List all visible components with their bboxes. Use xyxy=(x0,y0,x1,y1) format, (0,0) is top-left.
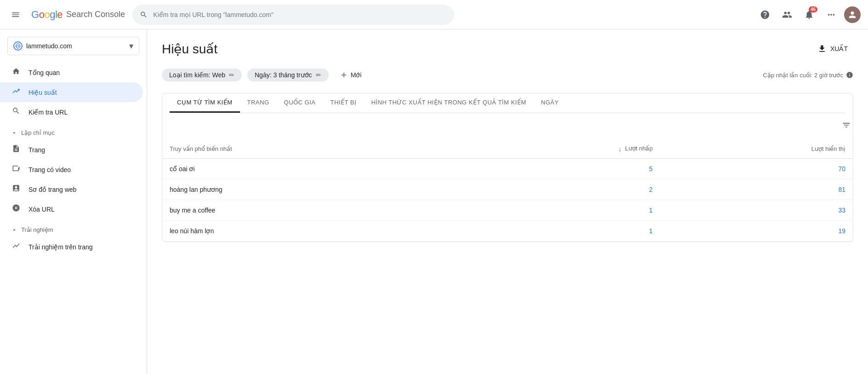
google-logo: Google xyxy=(31,9,63,21)
search-icon xyxy=(11,107,21,117)
tabs: CỤM TỪ TÌM KIẾM TRANG QUỐC GIA THIẾT BỊ … xyxy=(170,93,845,113)
col-impressions: Lượt hiển thị xyxy=(660,139,853,158)
content-card: CỤM TỪ TÌM KIẾM TRANG QUỐC GIA THIẾT BỊ … xyxy=(162,93,853,242)
page-title: Hiệu suất xyxy=(162,41,217,57)
clicks-cell: 2 xyxy=(466,179,660,200)
clicks-cell: 1 xyxy=(466,220,660,241)
sidebar-item-label: Trải nghiệm trên trang xyxy=(29,243,93,251)
section-trai-nghiem[interactable]: Trải nghiệm xyxy=(0,223,147,237)
impressions-cell: 33 xyxy=(660,200,853,220)
sidebar-item-trang-co-video[interactable]: Trang có video xyxy=(0,160,143,179)
notifications-button[interactable]: 46 xyxy=(800,6,818,24)
top-header: Google Search Console 46 xyxy=(0,0,868,29)
sidebar-item-xoa-url[interactable]: Xóa URL xyxy=(0,199,143,219)
download-icon xyxy=(817,44,827,53)
accounts-button[interactable] xyxy=(778,6,796,24)
notification-badge: 46 xyxy=(809,6,817,12)
sidebar-item-trang[interactable]: Trang xyxy=(0,140,143,160)
export-button[interactable]: XUẤT xyxy=(812,40,853,57)
trending-icon xyxy=(11,87,21,98)
sidebar-item-label: Trang có video xyxy=(29,166,71,173)
sidebar-item-label: Sơ đồ trang web xyxy=(29,186,76,193)
tab-quoc-gia[interactable]: QUỐC GIA xyxy=(277,93,323,113)
tab-thiet-bi[interactable]: THIẾT BỊ xyxy=(323,93,364,113)
section-label: Trải nghiệm xyxy=(21,226,53,233)
video-page-icon xyxy=(11,164,21,175)
property-name: lammetudo.com xyxy=(26,42,126,50)
sort-icon: ↓ xyxy=(618,145,622,153)
experience-icon xyxy=(11,242,21,252)
impressions-cell: 70 xyxy=(660,158,853,179)
query-cell: hoàng lan phương xyxy=(162,179,466,200)
sidebar-item-label: Hiệu suất xyxy=(29,89,57,96)
edit-icon: ✏ xyxy=(316,71,321,79)
impressions-cell: 81 xyxy=(660,179,853,200)
impressions-cell: 19 xyxy=(660,220,853,241)
tab-hinh-thuc[interactable]: HÌNH THỨC XUẤT HIỆN TRONG KẾT QUẢ TÌM KI… xyxy=(364,93,533,113)
logo-area: Google Search Console xyxy=(31,9,125,21)
sidebar-item-tong-quan[interactable]: Tổng quan xyxy=(0,63,143,82)
page-header: Hiệu suất XUẤT xyxy=(162,40,853,57)
query-cell: buy me a coffee xyxy=(162,200,466,220)
product-name: Search Console xyxy=(66,10,125,19)
clicks-cell: 1 xyxy=(466,200,660,220)
dropdown-icon: ▾ xyxy=(129,41,133,51)
plus-icon xyxy=(340,71,348,79)
help-button[interactable] xyxy=(756,6,774,24)
header-icons: 46 xyxy=(756,6,861,24)
search-icon xyxy=(140,11,148,19)
new-filter-button[interactable]: Mới xyxy=(334,68,367,82)
col-query: Truy vấn phổ biến nhất xyxy=(162,139,466,158)
table-row[interactable]: buy me a coffee 1 33 xyxy=(162,200,853,220)
page-icon xyxy=(11,144,21,155)
avatar[interactable] xyxy=(844,6,861,23)
info-icon xyxy=(846,71,853,79)
tab-cum-tu-tim-kiem[interactable]: CỤM TỪ TÌM KIẾM xyxy=(170,93,240,113)
query-cell: cổ oai ơi xyxy=(162,158,466,179)
hamburger-button[interactable] xyxy=(7,6,24,23)
tab-trang[interactable]: TRANG xyxy=(240,93,277,113)
main-layout: lammetudo.com ▾ Tổng quan Hiệu suất xyxy=(0,29,868,374)
tab-ngay[interactable]: NGÀY xyxy=(534,93,566,113)
home-icon xyxy=(11,67,21,78)
table-filter-row xyxy=(162,113,853,139)
data-table: Truy vấn phổ biến nhất ↓ Lượt nhấp Lượt … xyxy=(162,139,853,242)
apps-button[interactable] xyxy=(822,6,840,24)
sidebar-item-label: Trang xyxy=(29,146,45,154)
query-cell: leo núi hàm lợn xyxy=(162,220,466,241)
search-bar[interactable] xyxy=(132,5,454,25)
property-icon xyxy=(13,41,23,51)
col-clicks[interactable]: ↓ Lượt nhấp xyxy=(466,139,660,158)
section-lap-chi-muc[interactable]: Lập chỉ mục xyxy=(0,126,147,140)
last-updated: Cập nhật lần cuối: 2 giờ trước xyxy=(763,71,854,79)
sidebar-item-label: Tổng quan xyxy=(29,69,60,76)
search-input[interactable] xyxy=(153,11,447,18)
sidebar-item-so-do-trang-web[interactable]: Sơ đồ trang web xyxy=(0,179,143,199)
sidebar-item-label: Xóa URL xyxy=(29,206,55,213)
chevron-down-icon xyxy=(11,227,17,233)
clicks-cell: 5 xyxy=(466,158,660,179)
remove-url-icon xyxy=(11,204,21,214)
table-filter-button[interactable] xyxy=(840,119,853,134)
table-row[interactable]: cổ oai ơi 5 70 xyxy=(162,158,853,179)
property-selector[interactable]: lammetudo.com ▾ xyxy=(7,37,139,55)
section-label: Lập chỉ mục xyxy=(21,129,55,136)
sidebar-item-kiem-tra-url[interactable]: Kiểm tra URL xyxy=(0,102,143,122)
table-row[interactable]: leo núi hàm lợn 1 19 xyxy=(162,220,853,241)
date-filter[interactable]: Ngày: 3 tháng trước ✏ xyxy=(247,69,329,81)
edit-icon: ✏ xyxy=(229,71,234,79)
chevron-down-icon xyxy=(11,130,17,136)
main-content: Hiệu suất XUẤT Loại tìm kiếm: Web ✏ Ngày… xyxy=(147,29,868,374)
tabs-container: CỤM TỪ TÌM KIẾM TRANG QUỐC GIA THIẾT BỊ … xyxy=(162,93,853,113)
table-row[interactable]: hoàng lan phương 2 81 xyxy=(162,179,853,200)
sidebar-item-trai-nghiem-tren-trang[interactable]: Trải nghiệm trên trang xyxy=(0,237,143,257)
sidebar-item-label: Kiểm tra URL xyxy=(29,109,68,116)
sitemap-icon xyxy=(11,184,21,195)
sidebar-item-hieu-suat[interactable]: Hiệu suất xyxy=(0,82,143,102)
search-type-filter[interactable]: Loại tìm kiếm: Web ✏ xyxy=(162,69,242,81)
filter-row: Loại tìm kiếm: Web ✏ Ngày: 3 tháng trước… xyxy=(162,68,853,82)
sidebar: lammetudo.com ▾ Tổng quan Hiệu suất xyxy=(0,29,147,374)
